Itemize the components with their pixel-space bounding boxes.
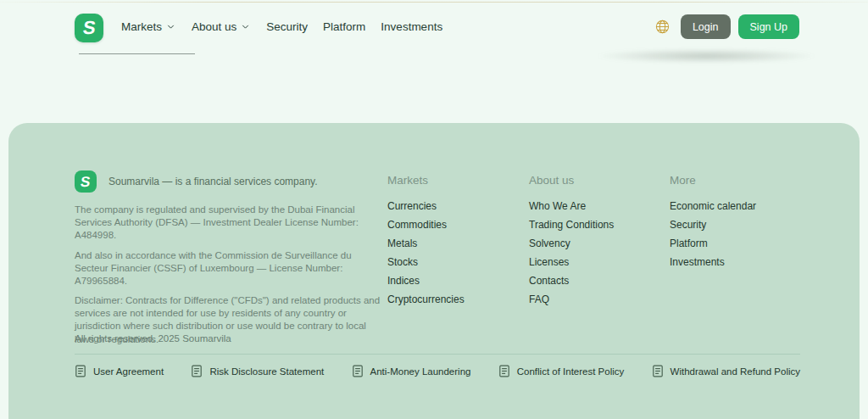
doc-label: Withdrawal and Refund Policy [670,366,800,377]
footer-column-title: About us [529,174,670,187]
footer-link-trading-conditions[interactable]: Trading Conditions [529,220,670,230]
footer-link-commodities[interactable]: Commodities [387,220,529,230]
footer-link-currencies[interactable]: Currencies [387,201,529,211]
footer-link-faq[interactable]: FAQ [529,294,670,304]
brand-logo-letter: S [81,19,97,37]
nav-item-investments-label: Investments [381,20,442,33]
nav-item-about-us-label: About us [192,20,236,33]
document-icon [498,365,510,377]
footer-link-contacts[interactable]: Contacts [529,276,670,286]
footer-column-title: Markets [387,174,529,187]
footer-link-cryptocurrencies[interactable]: Cryptocurrencies [387,294,529,304]
footer: S Soumarvila — is a financial services c… [8,123,860,419]
doc-anti-money-laundering[interactable]: Anti-Money Laundering [352,365,471,377]
company-head: S Soumarvila — is a financial services c… [75,170,383,193]
chevron-down-icon [165,21,176,32]
footer-link-economic-calendar[interactable]: Economic calendar [670,201,810,211]
doc-conflict-of-interest[interactable]: Conflict of Interest Policy [498,365,625,377]
footer-link-indices[interactable]: Indices [387,276,529,286]
document-icon [352,365,364,377]
footer-column-more: More Economic calendar Security Platform… [670,174,810,313]
content-divider-line [79,53,195,54]
nav-item-markets[interactable]: Markets [121,20,176,33]
regulation-paragraph-dfsa: The company is regulated and supervised … [75,204,383,243]
header: S Markets About us Security Platform Inv… [0,0,868,53]
nav-item-investments[interactable]: Investments [381,20,442,33]
footer-column-markets: Markets Currencies Commodities Metals St… [387,174,529,313]
footer-link-licenses[interactable]: Licenses [529,257,670,267]
doc-user-agreement[interactable]: User Agreement [75,365,164,377]
document-icon [75,365,86,377]
signup-button[interactable]: Sign Up [738,14,799,39]
nav-item-platform-label: Platform [323,20,365,33]
footer-link-who-we-are[interactable]: Who We Are [529,201,670,211]
footer-column-title: More [670,174,810,187]
company-info-block: S Soumarvila — is a financial services c… [75,170,383,353]
footer-divider [75,354,800,355]
login-button[interactable]: Login [681,14,731,39]
footer-link-stocks[interactable]: Stocks [387,257,529,267]
chevron-down-icon [240,21,251,32]
footer-link-solvency[interactable]: Solvency [529,238,670,249]
legal-documents-row: User Agreement Risk Disclosure Statement… [75,365,800,377]
nav-item-platform[interactable]: Platform [323,20,365,33]
footer-brand-logo-letter: S [80,175,92,189]
footer-link-security[interactable]: Security [670,220,810,230]
nav-item-about-us[interactable]: About us [192,20,251,33]
regulation-paragraph-cssf: And also in accordance with the Commissi… [75,249,383,288]
footer-link-investments[interactable]: Investments [670,257,810,267]
doc-withdrawal-refund[interactable]: Withdrawal and Refund Policy [652,365,800,377]
company-tagline: Soumarvila — is a financial services com… [108,176,318,187]
doc-risk-disclosure[interactable]: Risk Disclosure Statement [191,365,324,377]
doc-label: Risk Disclosure Statement [209,366,324,377]
brand-logo[interactable]: S [75,14,103,42]
doc-label: User Agreement [93,366,164,377]
doc-label: Conflict of Interest Policy [517,366,625,377]
document-icon [191,365,203,377]
nav-item-markets-label: Markets [121,20,162,33]
copyright-text: All rights reserved. 2025 Soumarvila [75,333,231,344]
header-actions: Login Sign Up [654,0,799,53]
footer-link-platform[interactable]: Platform [670,238,810,249]
main-nav: Markets About us Security Platform Inves… [121,0,442,53]
footer-link-columns: Markets Currencies Commodities Metals St… [387,174,810,313]
nav-item-security-label: Security [266,20,308,33]
footer-column-about-us: About us Who We Are Trading Conditions S… [529,174,670,313]
footer-brand-logo[interactable]: S [75,170,97,193]
footer-link-metals[interactable]: Metals [387,238,529,249]
nav-item-security[interactable]: Security [266,20,308,33]
document-icon [652,365,664,377]
doc-label: Anti-Money Laundering [370,366,471,377]
language-globe-icon[interactable] [654,19,670,35]
